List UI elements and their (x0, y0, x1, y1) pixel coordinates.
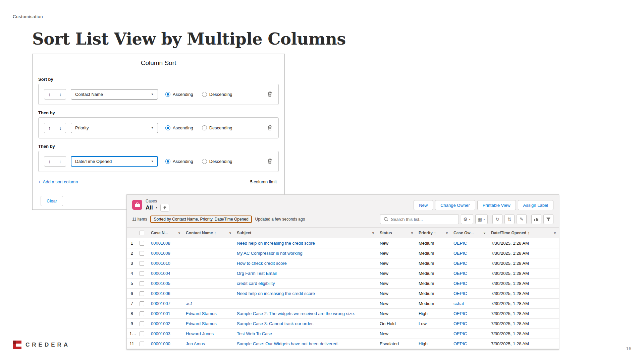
list-view-controls-button[interactable]: ⚙ ▼ (461, 214, 473, 224)
subject-link[interactable]: Need help on increasing the credit score (237, 291, 315, 296)
column-header-case-number[interactable]: Case N...∨ (148, 228, 183, 238)
case-number-link[interactable]: 00001001 (151, 311, 170, 316)
column-header-case-owner[interactable]: Case Ow...∨ (451, 228, 488, 238)
subject-link[interactable]: Test Web To Case (237, 331, 272, 336)
descending-option[interactable]: Descending (202, 125, 232, 130)
refresh-button[interactable]: ↻ (492, 214, 502, 224)
move-down-button[interactable]: ↓ (55, 123, 66, 133)
view-selector-caret-icon[interactable]: ▼ (155, 206, 158, 209)
sort-field-select[interactable]: Contact Name ▼ (71, 89, 158, 100)
chevron-down-icon[interactable]: ∨ (483, 231, 486, 235)
row-checkbox[interactable] (140, 311, 144, 316)
charts-button[interactable] (531, 214, 541, 224)
column-header-status[interactable]: Status∨ (377, 228, 416, 238)
sort-field-select[interactable]: Priority ▼ (71, 123, 158, 133)
contact-name-link[interactable]: Edward Stamos (186, 311, 217, 316)
select-all-checkbox[interactable] (140, 231, 144, 235)
descending-radio[interactable] (202, 159, 207, 164)
row-checkbox[interactable] (140, 331, 144, 336)
ascending-radio[interactable] (165, 125, 170, 130)
case-number-link[interactable]: 00001006 (151, 291, 170, 296)
column-header-subject[interactable]: Subject∨ (234, 228, 377, 238)
subject-link[interactable]: Sample Case: Our Widgets have not been d… (237, 341, 339, 346)
ascending-option[interactable]: Ascending (165, 159, 193, 164)
pin-list-view-button[interactable] (160, 204, 169, 212)
case-number-link[interactable]: 00001004 (151, 271, 170, 276)
row-checkbox[interactable] (140, 241, 144, 246)
contact-name-link[interactable]: ac1 (186, 301, 193, 306)
chevron-down-icon[interactable]: ∨ (411, 231, 413, 235)
inline-edit-button[interactable]: ✎ (517, 214, 527, 224)
contact-name-link[interactable]: Jon Amos (186, 341, 205, 346)
case-owner-link[interactable]: OEPIC (453, 241, 467, 246)
case-owner-link[interactable]: OEPIC (453, 261, 467, 266)
row-checkbox[interactable] (140, 271, 144, 276)
case-owner-link[interactable]: OEPIC (453, 251, 467, 256)
row-checkbox[interactable] (140, 261, 144, 266)
chevron-down-icon[interactable]: ∨ (446, 231, 448, 235)
column-header-priority[interactable]: Priority↑∨ (416, 228, 451, 238)
case-owner-link[interactable]: OEPIC (453, 271, 467, 276)
row-checkbox[interactable] (140, 342, 144, 346)
descending-radio[interactable] (202, 92, 207, 97)
row-checkbox[interactable] (140, 301, 144, 306)
case-owner-link[interactable]: OEPIC (453, 281, 467, 286)
case-number-link[interactable]: 00001009 (151, 251, 170, 256)
case-owner-link[interactable]: OEPIC (453, 311, 467, 316)
case-number-link[interactable]: 00001005 (151, 281, 170, 286)
printable-view-button[interactable]: Printable View (477, 200, 516, 210)
add-sort-column-link[interactable]: + Add a sort column (38, 179, 78, 184)
case-number-link[interactable]: 00001002 (151, 321, 170, 326)
clear-button[interactable]: Clear (41, 196, 63, 206)
subject-link[interactable]: My AC Compressor is not working (237, 251, 303, 256)
descending-option[interactable]: Descending (202, 159, 232, 164)
chevron-down-icon[interactable]: ∨ (178, 231, 180, 235)
case-number-link[interactable]: 00001000 (151, 341, 170, 346)
case-owner-link[interactable]: OEPIC (453, 331, 467, 336)
assign-label-button[interactable]: Assign Label (518, 200, 553, 210)
filter-button[interactable] (543, 214, 553, 224)
new-button[interactable]: New (414, 200, 433, 210)
move-down-button[interactable]: ↓ (55, 89, 66, 100)
contact-name-link[interactable]: Howard Jones (186, 331, 214, 336)
case-owner-link[interactable]: cchat (453, 301, 464, 306)
case-number-link[interactable]: 00001008 (151, 241, 170, 246)
chevron-down-icon[interactable]: ∨ (372, 231, 374, 235)
subject-link[interactable]: credit card eligibility (237, 281, 275, 286)
descending-option[interactable]: Descending (202, 92, 232, 97)
row-checkbox[interactable] (140, 321, 144, 326)
move-up-button[interactable]: ↑ (44, 123, 55, 133)
delete-sort-button[interactable] (267, 91, 272, 98)
subject-link[interactable]: Need help on increasing the credit score (237, 241, 315, 246)
chevron-down-icon[interactable]: ∨ (554, 231, 556, 235)
case-number-link[interactable]: 00001007 (151, 301, 170, 306)
case-number-link[interactable]: 00001010 (151, 261, 170, 266)
case-owner-link[interactable]: OEPIC (453, 291, 467, 296)
change-owner-button[interactable]: Change Owner (435, 200, 475, 210)
row-checkbox[interactable] (140, 251, 144, 256)
display-as-button[interactable]: ▦ ▼ (475, 214, 488, 224)
ascending-option[interactable]: Ascending (165, 125, 193, 130)
descending-radio[interactable] (202, 125, 207, 130)
row-checkbox[interactable] (140, 281, 144, 286)
search-input[interactable] (391, 217, 455, 222)
delete-sort-button[interactable] (267, 158, 272, 165)
subject-link[interactable]: How to check credit score (237, 261, 287, 266)
contact-name-link[interactable]: Edward Stamos (186, 321, 217, 326)
subject-link[interactable]: Sample Case 2: The widgets we received a… (237, 311, 355, 316)
delete-sort-button[interactable] (267, 125, 272, 131)
ascending-radio[interactable] (165, 92, 170, 97)
move-up-button[interactable]: ↑ (44, 89, 55, 100)
sort-field-select[interactable]: Date/Time Opened ▼ (71, 156, 158, 167)
column-header-date-opened[interactable]: Date/Time Opened↑∨ (488, 228, 559, 238)
sort-button[interactable]: ⇅ (504, 214, 515, 224)
column-header-contact-name[interactable]: Contact Name↑∨ (183, 228, 234, 238)
ascending-radio[interactable] (165, 159, 170, 164)
case-owner-link[interactable]: OEPIC (453, 341, 467, 346)
ascending-option[interactable]: Ascending (165, 92, 193, 97)
case-number-link[interactable]: 00001003 (151, 331, 170, 336)
move-up-button[interactable]: ↑ (44, 156, 55, 167)
subject-link[interactable]: Sample Case 3: Cannot track our order. (237, 321, 314, 326)
chevron-down-icon[interactable]: ∨ (229, 231, 231, 235)
subject-link[interactable]: Org Farm Test Email (237, 271, 277, 276)
